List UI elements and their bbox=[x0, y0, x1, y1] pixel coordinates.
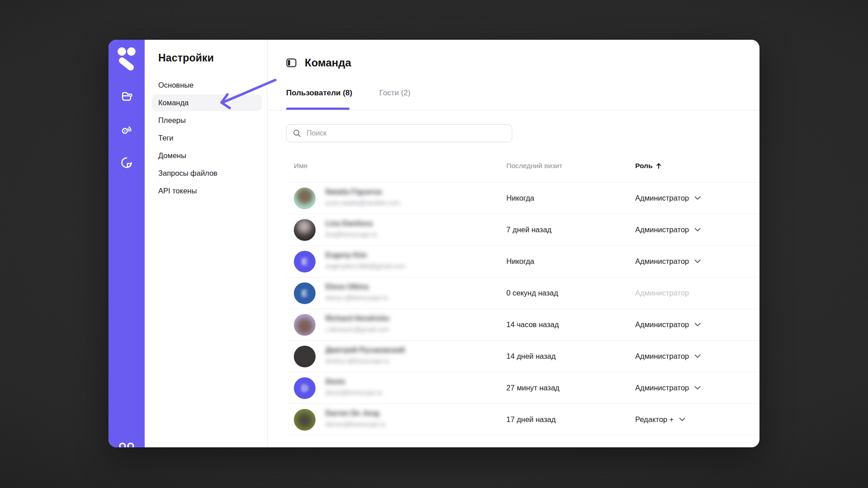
last-visit-value: 14 дней назад bbox=[506, 341, 556, 372]
role-dropdown[interactable]: Администратор bbox=[635, 246, 701, 277]
chevron-down-icon bbox=[679, 418, 685, 422]
member-email-blurred: elena.u@kinescope.io bbox=[326, 294, 388, 301]
member-email-blurred: r.alexeyev@gmail.com bbox=[326, 326, 389, 333]
member-name-blurred: Дмитрий Русаковский bbox=[326, 346, 405, 354]
last-visit-value: Никогда bbox=[506, 246, 534, 277]
nav-item-api-tokens[interactable]: API токены bbox=[145, 182, 267, 200]
role-dropdown[interactable]: Редактор + bbox=[635, 404, 685, 435]
role-readonly: Администратор bbox=[635, 277, 689, 309]
table-row: Дмитрий Русаковский dmitriy.r@kinescope.… bbox=[286, 340, 760, 372]
last-visit-value: 14 часов назад bbox=[506, 309, 559, 340]
apps-grid-icon[interactable] bbox=[118, 442, 135, 447]
role-dropdown[interactable]: Администратор bbox=[635, 309, 701, 340]
chevron-down-icon bbox=[694, 323, 701, 327]
chevron-down-icon bbox=[694, 228, 701, 232]
member-name-blurred: Darren De Jong bbox=[326, 409, 379, 418]
team-section: Команда Пользователи (8) Гости (2) Имя П… bbox=[268, 40, 760, 447]
library-folder-icon[interactable] bbox=[120, 89, 133, 103]
table-row: Darren De Jong darren@kinescope.io 17 дн… bbox=[286, 404, 760, 435]
column-name[interactable]: Имя bbox=[294, 162, 307, 170]
settings-window: Настройки Основные Команда Плееры Теги Д… bbox=[108, 40, 760, 447]
header-divider bbox=[268, 110, 760, 110]
table-row: Natalia Figueroa yusti.natalia@rambler.c… bbox=[286, 182, 760, 214]
panel-layout-icon bbox=[286, 58, 297, 68]
avatar: D bbox=[294, 377, 316, 399]
member-name-blurred: Elena Ulkina bbox=[326, 283, 368, 291]
chevron-down-icon bbox=[694, 196, 701, 200]
tab-guests[interactable]: Гости (2) bbox=[379, 87, 410, 99]
member-email-blurred: evgenykim1989@gmail.com bbox=[326, 263, 405, 270]
app-rail bbox=[108, 40, 145, 447]
table-row: D Denis denis@kinescope.io 27 минут наза… bbox=[286, 372, 760, 404]
section-header: Команда bbox=[286, 52, 351, 73]
nav-item-domains[interactable]: Домены bbox=[145, 147, 267, 164]
role-dropdown[interactable]: Администратор bbox=[635, 372, 701, 404]
role-dropdown[interactable]: Администратор bbox=[635, 214, 701, 245]
avatar bbox=[294, 346, 316, 367]
last-visit-value: 17 дней назад bbox=[506, 404, 556, 435]
column-role-sort[interactable]: Роль bbox=[635, 162, 661, 170]
last-visit-value: Никогда bbox=[506, 183, 534, 214]
search-input[interactable] bbox=[306, 129, 505, 138]
nav-item-tags[interactable]: Теги bbox=[145, 129, 267, 147]
role-dropdown[interactable]: Администратор bbox=[635, 341, 701, 372]
nav-item-team[interactable]: Команда bbox=[145, 94, 267, 112]
chevron-down-icon bbox=[694, 354, 701, 358]
avatar: E bbox=[294, 251, 316, 272]
team-tabs: Пользователи (8) Гости (2) bbox=[286, 87, 410, 99]
table-header: Имя Последний визит Роль bbox=[286, 158, 760, 174]
desktop-background: Настройки Основные Команда Плееры Теги Д… bbox=[0, 0, 868, 488]
kinescope-logo-icon[interactable] bbox=[116, 47, 137, 72]
search-icon bbox=[293, 129, 301, 137]
sort-asc-icon bbox=[656, 163, 661, 169]
table-row: E Evgeny Kim evgenykim1989@gmail.com Ник… bbox=[286, 245, 760, 277]
member-email-blurred: yusti.natalia@rambler.com bbox=[326, 199, 400, 206]
analytics-icon[interactable] bbox=[120, 156, 133, 169]
avatar bbox=[294, 314, 316, 336]
role-dropdown[interactable]: Администратор bbox=[635, 183, 701, 214]
member-name-blurred: Natalia Figueroa bbox=[326, 188, 382, 196]
settings-nav-panel: Настройки Основные Команда Плееры Теги Д… bbox=[145, 40, 268, 447]
last-visit-value: 0 секунд назад bbox=[506, 277, 558, 309]
table-row: E Elena Ulkina elena.u@kinescope.io 0 се… bbox=[286, 277, 760, 309]
live-stream-icon[interactable] bbox=[120, 123, 133, 137]
search-box bbox=[286, 124, 512, 142]
member-email-blurred: denis@kinescope.io bbox=[326, 389, 382, 396]
nav-item-file-requests[interactable]: Запросы файлов bbox=[145, 164, 267, 182]
settings-nav-list: Основные Команда Плееры Теги Домены Запр… bbox=[145, 76, 267, 200]
nav-item-general[interactable]: Основные bbox=[145, 76, 267, 94]
tab-users[interactable]: Пользователи (8) bbox=[286, 87, 352, 99]
member-name-blurred: Richard Hendricks bbox=[326, 314, 389, 323]
team-members-table: Natalia Figueroa yusti.natalia@rambler.c… bbox=[286, 182, 760, 435]
table-row: Richard Hendricks r.alexeyev@gmail.com 1… bbox=[286, 309, 760, 340]
member-name-blurred: Evgeny Kim bbox=[326, 251, 367, 259]
avatar bbox=[294, 409, 316, 431]
member-email-blurred: darren@kinescope.io bbox=[326, 421, 386, 428]
member-name-blurred: Denis bbox=[326, 378, 345, 386]
last-visit-value: 7 дней назад bbox=[506, 214, 552, 245]
avatar bbox=[294, 188, 316, 209]
avatar bbox=[294, 219, 316, 241]
page-title: Команда bbox=[305, 56, 351, 69]
chevron-down-icon bbox=[694, 259, 701, 263]
column-last-visit[interactable]: Последний визит bbox=[506, 162, 562, 170]
member-name-blurred: Lina Danilova bbox=[326, 220, 373, 228]
avatar: E bbox=[294, 282, 316, 304]
chevron-down-icon bbox=[694, 386, 701, 390]
table-row: Lina Danilova lina@kinescope.io 7 дней н… bbox=[286, 214, 760, 245]
nav-item-players[interactable]: Плееры bbox=[145, 112, 267, 129]
last-visit-value: 27 минут назад bbox=[506, 372, 559, 404]
member-email-blurred: lina@kinescope.io bbox=[326, 231, 377, 238]
settings-title: Настройки bbox=[158, 52, 214, 64]
member-email-blurred: dmitriy.r@kinescope.io bbox=[326, 357, 389, 365]
